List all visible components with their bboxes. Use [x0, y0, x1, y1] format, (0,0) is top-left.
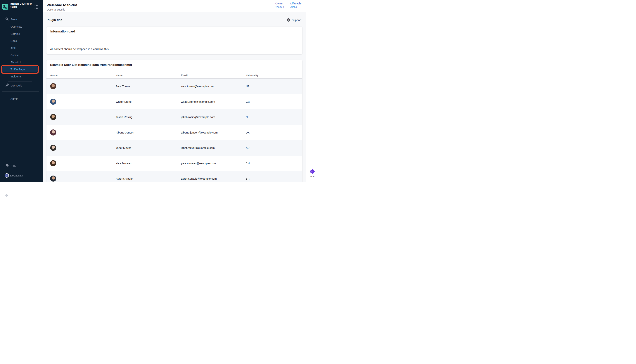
email-cell: janet.meyer@example.com [181, 146, 246, 149]
sidebar-item-admin[interactable]: ⚙ Admin [0, 97, 42, 101]
section-title: Plugin title [47, 18, 62, 22]
sidebar-item-overview[interactable]: Overview [0, 25, 42, 28]
sidebar-item-label: Create [10, 53, 19, 57]
column-header-nationality: Nationality [246, 74, 302, 77]
page-title: Welcome to to-do! [47, 3, 77, 7]
sidebar-item-label: Incidents [10, 74, 22, 78]
meta-label: Owner [276, 2, 284, 5]
annotation-highlight-ring [1, 65, 39, 74]
nationality-cell: NL [246, 116, 302, 118]
table-row: Alberte Jensenalberte.jensen@example.com… [46, 125, 302, 140]
search-icon [5, 17, 9, 21]
table-row: Aurora Araújoaurora.araujo@example.comBR [46, 171, 302, 182]
email-cell: yara.moreau@example.com [181, 162, 246, 165]
sidebar-item-label: Overview [10, 25, 22, 28]
meta-label: Lifecycle [290, 2, 302, 5]
name-cell: Yara Moreau [116, 162, 181, 165]
name-cell: Alberte Jensen [116, 131, 181, 134]
sidebar-item-label: Admin [10, 97, 18, 101]
sidebar-item-label: Catalog [10, 32, 20, 36]
grid-menu-icon[interactable] [34, 5, 38, 9]
nationality-cell: AU [246, 146, 302, 149]
user-photo-avatar [50, 160, 56, 166]
support-button[interactable]: ? Support [287, 18, 302, 22]
nationality-cell: CH [246, 162, 302, 165]
user-photo-avatar [50, 145, 56, 151]
sidebar-divider [2, 92, 39, 92]
svg-text:?: ? [6, 164, 7, 166]
avatar-cell [50, 176, 116, 182]
user-photo-avatar [50, 99, 56, 105]
aida-flower-icon [310, 169, 315, 174]
sidebar: Internal DeveloperPortal Search Overview… [0, 0, 42, 182]
information-card-title: Information card [50, 30, 75, 34]
question-mark-icon: ? [287, 18, 290, 22]
wrench-icon [5, 83, 9, 87]
sidebar-item-apis[interactable]: APIs [0, 46, 42, 50]
sidebar-item-label: APIs [10, 46, 16, 50]
app-title: Internal DeveloperPortal [10, 2, 34, 8]
nationality-cell: BR [246, 177, 302, 180]
sidebar-item-devtools[interactable]: DevTools [0, 84, 42, 88]
sidebar-item-should-i[interactable]: Should I ... [0, 60, 42, 64]
column-header-avatar: Avatar [50, 74, 116, 77]
sidebar-item-incidents[interactable]: Incidents [0, 74, 42, 78]
email-cell: aurora.araujo@example.com [181, 177, 246, 180]
sidebar-item-search[interactable]: Search [0, 17, 42, 21]
column-header-name: Name [116, 74, 181, 77]
sidebar-item-help[interactable]: ? Help [0, 164, 42, 168]
sidebar-item-create[interactable]: Create [0, 53, 42, 57]
nationality-cell: DK [246, 131, 302, 134]
sidebar-item-catalog[interactable]: Catalog [0, 32, 42, 36]
meta-owner-link[interactable]: OwnerTeam X [276, 2, 284, 8]
sidebar-item-docs[interactable]: Docs [0, 39, 42, 43]
name-cell: Jakob Rasing [116, 116, 181, 118]
table-row: Walter Stonewalter.stone@example.comGB [46, 94, 302, 110]
avatar-cell [50, 83, 116, 89]
name-cell: Janet Meyer [116, 146, 181, 149]
user-photo-avatar [50, 83, 56, 89]
name-cell: Zara Turner [116, 85, 181, 88]
meta-value: Alpha [290, 6, 302, 8]
email-cell: jakob.rasing@example.com [181, 116, 246, 118]
user-photo-avatar [50, 176, 56, 182]
table-row: Yara Moreauyara.moreau@example.comCH [46, 156, 302, 171]
help-chat-icon: ? [5, 164, 9, 167]
table-row: Jakob Rasingjakob.rasing@example.comNL [46, 109, 302, 125]
sidebar-item-user[interactable]: Debabrata [0, 174, 42, 178]
avatar-cell [50, 160, 116, 166]
meta-lifecycle-link[interactable]: LifecycleAlpha [290, 2, 302, 8]
sidebar-item-label: Help [10, 164, 16, 168]
sidebar-item-label: Docs [10, 39, 17, 43]
table-body: Zara Turnerzara.turner@example.comNZWalt… [46, 78, 302, 182]
aida-extension-button[interactable]: AIDA [306, 169, 318, 177]
main-area: Welcome to to-do! Optional subtitle Owne… [42, 0, 306, 182]
user-list-title: Example User List (fetching data from ra… [50, 63, 132, 67]
email-cell: zara.turner@example.com [181, 85, 246, 88]
table-row: Zara Turnerzara.turner@example.comNZ [46, 78, 302, 94]
email-cell: alberte.jensen@example.com [181, 131, 246, 134]
email-cell: walter.stone@example.com [181, 100, 246, 103]
sidebar-divider [8, 23, 32, 23]
table-header-row: AvatarNameEmailNationality [46, 72, 302, 78]
name-cell: Walter Stone [116, 100, 181, 103]
nationality-cell: GB [246, 100, 302, 103]
avatar-cell [50, 114, 116, 120]
avatar-cell [50, 145, 116, 151]
name-cell: Aurora Araújo [116, 177, 181, 180]
user-photo-avatar [50, 130, 56, 136]
support-label: Support [292, 18, 302, 22]
sidebar-divider [8, 81, 32, 82]
page-subtitle: Optional subtitle [47, 8, 65, 11]
sidebar-item-label: DevTools [10, 84, 22, 88]
column-header-email: Email [181, 74, 246, 77]
app-logo-icon[interactable] [2, 4, 8, 10]
sidebar-item-label: Search [10, 17, 19, 21]
avatar-cell [50, 99, 116, 105]
information-card: Information card All content should be w… [46, 26, 302, 54]
table-row: Janet Meyerjanet.meyer@example.comAU [46, 140, 302, 156]
sidebar-item-label: Should I ... [10, 60, 24, 64]
user-name: Debabrata [10, 174, 23, 178]
information-card-body: All content should be wrapped in a card … [50, 48, 110, 50]
sidebar-accent-divider [2, 12, 39, 12]
